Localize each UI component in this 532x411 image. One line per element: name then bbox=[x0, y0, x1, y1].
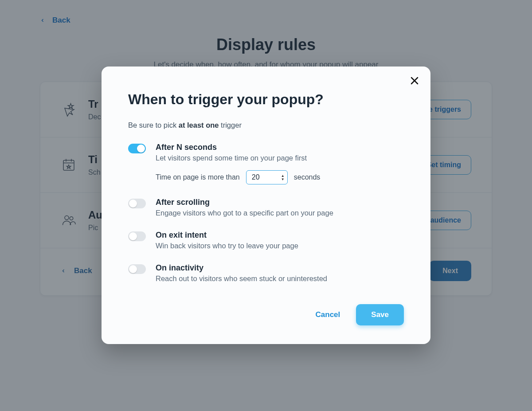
modal-subtitle: Be sure to pick at least one trigger bbox=[128, 121, 404, 129]
modal-overlay[interactable]: When to trigger your popup? Be sure to p… bbox=[0, 0, 532, 411]
modal-subtitle-bold: at least one bbox=[179, 121, 219, 129]
modal-actions: Cancel Save bbox=[128, 304, 404, 325]
trigger-title: On inactivity bbox=[156, 263, 404, 273]
trigger-desc: Engage visitors who got to a specific pa… bbox=[156, 209, 404, 217]
trigger-desc: Win back visitors who try to leave your … bbox=[156, 242, 404, 250]
toggle-inactivity[interactable] bbox=[128, 264, 146, 274]
toggle-after-scrolling[interactable] bbox=[128, 199, 146, 208]
modal-subtitle-post: trigger bbox=[219, 121, 242, 129]
close-icon bbox=[409, 75, 420, 86]
save-button[interactable]: Save bbox=[356, 304, 404, 325]
modal-title: When to trigger your popup? bbox=[128, 91, 404, 108]
trigger-title: On exit intent bbox=[156, 231, 404, 240]
trigger-after-seconds: After N seconds Let visitors spend some … bbox=[128, 143, 404, 184]
trigger-config-row: Time on page is more than ▲ ▼ seconds bbox=[156, 170, 404, 184]
seconds-input[interactable] bbox=[252, 173, 271, 181]
trigger-inactivity: On inactivity Reach out to visitors who … bbox=[128, 263, 404, 283]
stepper-up-icon[interactable]: ▲ bbox=[281, 174, 285, 177]
trigger-desc: Reach out to visitors who seem stuck or … bbox=[156, 274, 404, 283]
config-pre-label: Time on page is more than bbox=[156, 173, 240, 181]
cancel-button[interactable]: Cancel bbox=[312, 306, 344, 324]
trigger-title: After N seconds bbox=[156, 143, 404, 152]
trigger-desc: Let visitors spend some time on your pag… bbox=[156, 154, 404, 162]
seconds-input-wrap[interactable]: ▲ ▼ bbox=[246, 170, 288, 184]
trigger-exit-intent: On exit intent Win back visitors who try… bbox=[128, 231, 404, 250]
trigger-title: After scrolling bbox=[156, 198, 404, 207]
toggle-after-seconds[interactable] bbox=[128, 144, 146, 153]
trigger-after-scrolling: After scrolling Engage visitors who got … bbox=[128, 198, 404, 217]
close-button[interactable] bbox=[409, 75, 420, 86]
config-post-label: seconds bbox=[294, 173, 321, 181]
trigger-modal: When to trigger your popup? Be sure to p… bbox=[102, 67, 430, 344]
modal-subtitle-pre: Be sure to pick bbox=[128, 121, 179, 129]
stepper-down-icon[interactable]: ▼ bbox=[281, 178, 285, 181]
toggle-exit-intent[interactable] bbox=[128, 231, 146, 241]
quantity-stepper[interactable]: ▲ ▼ bbox=[281, 174, 285, 181]
